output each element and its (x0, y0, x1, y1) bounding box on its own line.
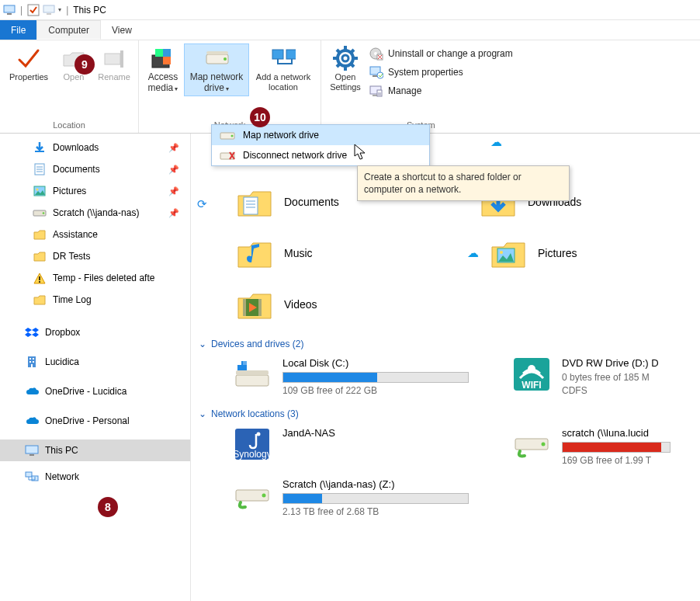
nav-label: This PC (45, 445, 78, 456)
warning-icon (33, 271, 47, 285)
svg-rect-57 (33, 361, 34, 363)
svg-point-86 (262, 494, 266, 498)
nav-downloads[interactable]: Downloads 📌 (0, 137, 190, 158)
manage-button[interactable]: Manage (366, 82, 516, 99)
properties-button[interactable]: Properties (5, 43, 53, 85)
rename-button[interactable]: Rename (95, 43, 133, 85)
folder-videos[interactable]: Videos (236, 287, 484, 321)
folder-icon (33, 228, 47, 241)
nav-network[interactable]: Network (0, 466, 190, 488)
usage-bar (282, 493, 469, 504)
drive-scratch-remote[interactable]: scratch (\\luna.lucid 169 GB free of 1.9… (512, 427, 671, 466)
svg-rect-75 (237, 361, 241, 365)
map-network-drive-button[interactable]: Map network drive ▾ (184, 43, 249, 96)
tab-view[interactable]: View (101, 20, 143, 40)
network-drive-icon (220, 129, 235, 141)
svg-rect-70 (243, 299, 246, 316)
svg-rect-73 (236, 370, 269, 375)
svg-point-27 (374, 52, 377, 55)
svg-rect-61 (26, 472, 32, 477)
pc-icon (25, 443, 39, 457)
qat-dropdown-icon[interactable]: ▾ (58, 6, 61, 13)
pc-icon (3, 4, 16, 16)
cloud-icon: ☁ (490, 135, 502, 149)
title-bar: | ▾ | This PC (0, 0, 700, 20)
svg-rect-72 (236, 375, 269, 386)
chevron-down-icon: ⌄ (199, 408, 206, 419)
section-network[interactable]: ⌄ Network locations (3) (199, 408, 692, 419)
drive-local-c[interactable]: Local Disk (C:) 109 GB free of 222 GB (233, 357, 489, 396)
wifi-disc-icon: WIFI (512, 357, 551, 391)
uninstall-button[interactable]: Uninstall or change a program (366, 45, 516, 62)
svg-text:WIFI: WIFI (522, 380, 541, 391)
picture-icon (33, 184, 47, 198)
tab-computer[interactable]: Computer (36, 20, 101, 40)
svg-rect-4 (47, 13, 51, 15)
folder-icon (33, 249, 47, 263)
nav-onedrive-lucidica[interactable]: OneDrive - Lucidica (0, 380, 190, 402)
network-drive-icon (204, 46, 229, 71)
content-pane[interactable]: ☁ ⟳ Documents Downloads (191, 134, 700, 601)
checkbox-icon[interactable] (27, 4, 40, 16)
badge-8: 8 (98, 497, 118, 517)
nav-lucidica[interactable]: Lucidica (0, 351, 190, 373)
usage-bar (562, 442, 671, 453)
nav-assistance[interactable]: Assistance (0, 224, 190, 245)
documents-folder-icon (236, 185, 273, 219)
drive-name: JandA-NAS (282, 427, 335, 439)
tab-file[interactable]: File (0, 20, 36, 40)
folder-music[interactable]: Music (236, 236, 449, 270)
svg-rect-71 (258, 299, 262, 316)
onedrive-icon (25, 414, 39, 428)
dropdown-item-disconnect-drive[interactable]: Disconnect network drive (212, 145, 429, 165)
svg-line-25 (337, 64, 340, 67)
svg-rect-1 (7, 13, 12, 15)
svg-rect-9 (163, 49, 171, 57)
badge-10: 10 (250, 107, 270, 127)
map-drive-dropdown: Map network drive Disconnect network dri… (211, 124, 430, 166)
dropdown-icon[interactable] (43, 4, 55, 16)
nav-tree[interactable]: Downloads 📌 Documents 📌 Pictures 📌 Scrat… (0, 134, 191, 601)
folder-label: Documents (284, 196, 339, 208)
hard-drive-icon (233, 357, 272, 391)
window-title: This PC (73, 5, 106, 16)
pin-icon: 📌 (168, 143, 179, 153)
nav-documents[interactable]: Documents 📌 (0, 158, 190, 180)
onedrive-icon (25, 384, 39, 398)
nav-dr-tests[interactable]: DR Tests (0, 245, 190, 267)
nav-scratch-drive[interactable]: Scratch (\\janda-nas) 📌 (0, 202, 190, 224)
cd-uninstall-icon (369, 47, 383, 61)
videos-folder-icon (236, 287, 273, 321)
svg-rect-15 (286, 50, 296, 59)
add-network-location-button[interactable]: Add a network location (251, 43, 316, 94)
building-icon (25, 355, 39, 369)
svg-rect-13 (206, 51, 228, 54)
drive-scratch-z[interactable]: Scratch (\\janda-nas) (Z:) 2.13 TB free … (233, 478, 489, 517)
dropdown-item-map-drive[interactable]: Map network drive (212, 125, 429, 145)
ribbon-group-system: Open Settings Uninstall or change a prog… (321, 40, 521, 133)
nav-temp-files[interactable]: Temp - Files deleted afte (0, 267, 190, 289)
system-properties-button[interactable]: System properties (366, 64, 516, 81)
drive-sub: 109 GB free of 222 GB (282, 385, 469, 396)
pin-icon: 📌 (168, 186, 179, 196)
drive-janda-nas[interactable]: Synology JandA-NAS (233, 427, 489, 466)
drive-dvd[interactable]: WIFI DVD RW Drive (D:) D 0 bytes free of… (512, 357, 659, 396)
folder-pictures[interactable]: ☁ Pictures (480, 236, 692, 270)
download-icon (33, 141, 47, 155)
nav-pictures[interactable]: Pictures 📌 (0, 180, 190, 202)
open-settings-button[interactable]: Open Settings (326, 43, 365, 94)
refresh-icon[interactable]: ⟳ (197, 197, 207, 211)
svg-rect-3 (43, 5, 54, 12)
access-media-button[interactable]: Access media ▾ (144, 43, 182, 96)
svg-rect-55 (33, 358, 34, 360)
network-location-icon (271, 46, 296, 71)
drive-sub: 0 bytes free of 185 M (562, 372, 659, 383)
nav-onedrive-personal[interactable]: OneDrive - Personal (0, 410, 190, 432)
section-devices[interactable]: ⌄ Devices and drives (2) (199, 339, 692, 349)
manage-label: Manage (388, 85, 421, 96)
nav-time-log[interactable]: Time Log (0, 289, 190, 311)
svg-rect-76 (243, 361, 247, 365)
svg-line-24 (351, 50, 354, 53)
nav-dropbox[interactable]: Dropbox (0, 321, 190, 343)
nav-this-pc[interactable]: This PC (0, 439, 190, 461)
